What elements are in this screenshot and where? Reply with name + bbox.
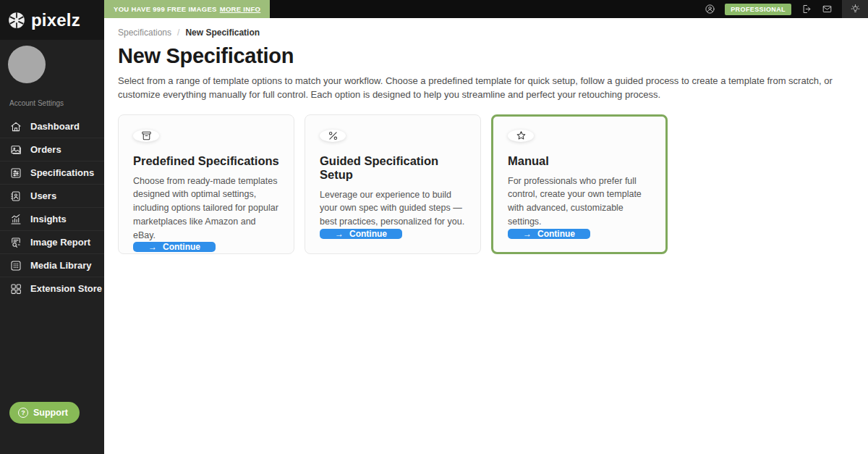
free-images-text: YOU HAVE 999 FREE IMAGES: [114, 5, 217, 13]
guided-steps-icon: [320, 130, 346, 142]
media-grid-icon: [9, 259, 22, 272]
logout-icon[interactable]: [801, 4, 812, 14]
support-button[interactable]: ? Support: [9, 402, 80, 424]
sidebar-item-dashboard[interactable]: Dashboard: [0, 114, 104, 138]
template-options: Predefined Specifications Choose from re…: [118, 114, 853, 254]
sidebar-item-users[interactable]: Users: [0, 184, 104, 207]
free-images-badge: YOU HAVE 999 FREE IMAGES MORE INFO: [104, 0, 270, 18]
sidebar-item-insights[interactable]: Insights: [0, 207, 104, 230]
support-label: Support: [33, 408, 68, 418]
sidebar-section-label: Account Settings: [9, 99, 104, 107]
sidebar-item-specifications[interactable]: Specifications: [0, 161, 104, 184]
extensions-icon: [9, 282, 22, 295]
continue-label: Continue: [537, 229, 575, 239]
mail-icon[interactable]: [822, 4, 833, 14]
archive-box-icon: [133, 130, 159, 142]
sliders-icon: [9, 167, 22, 180]
sidebar-item-media-library[interactable]: Media Library: [0, 253, 104, 277]
card-title: Guided Specification Setup: [320, 154, 466, 182]
topbar-right: PROFESSIONAL: [705, 0, 868, 18]
star-icon: [508, 130, 534, 142]
continue-button-predefined[interactable]: → Continue: [133, 242, 216, 252]
sidebar-item-image-report[interactable]: Image Report: [0, 230, 104, 253]
arrow-right-icon: →: [523, 229, 532, 239]
card-guided-specification-setup[interactable]: Guided Specification Setup Leverage our …: [305, 114, 481, 254]
page-description: Select from a range of template options …: [118, 75, 853, 102]
arrow-right-icon: →: [335, 229, 344, 239]
sidebar-item-label: Specifications: [30, 167, 94, 178]
card-body: For professionals who prefer full contro…: [508, 175, 652, 229]
breadcrumb-separator: /: [177, 28, 179, 38]
chart-icon: [9, 213, 22, 226]
image-icon: [9, 143, 22, 156]
question-icon: ?: [18, 408, 28, 418]
brand-name: pixelz: [31, 10, 80, 30]
card-manual[interactable]: Manual For professionals who prefer full…: [491, 114, 668, 254]
card-title: Manual: [508, 154, 652, 168]
lightbulb-icon[interactable]: [842, 0, 868, 18]
sidebar-item-label: Dashboard: [30, 121, 80, 132]
breadcrumb-current: New Specification: [185, 28, 260, 38]
home-icon: [9, 120, 22, 133]
sidebar-item-extension-store[interactable]: Extension Store: [0, 277, 104, 300]
main-content: Specifications / New Specification New S…: [104, 18, 868, 454]
sidebar-item-label: Image Report: [30, 237, 90, 248]
plan-badge: PROFESSIONAL: [725, 4, 791, 15]
sidebar-item-label: Orders: [30, 144, 61, 155]
card-predefined-specifications[interactable]: Predefined Specifications Choose from re…: [118, 114, 294, 254]
aperture-logo-icon: [7, 11, 26, 30]
account-icon[interactable]: [705, 4, 715, 14]
avatar[interactable]: [8, 46, 46, 83]
sidebar-item-label: Users: [30, 190, 56, 201]
topbar: YOU HAVE 999 FREE IMAGES MORE INFO PROFE…: [104, 0, 868, 18]
page-title: New Specification: [118, 44, 853, 68]
continue-label: Continue: [349, 229, 387, 239]
sidebar-item-label: Media Library: [30, 260, 92, 271]
arrow-right-icon: →: [148, 242, 157, 252]
sidebar-item-orders[interactable]: Orders: [0, 138, 104, 161]
continue-label: Continue: [163, 242, 200, 252]
brand-logo[interactable]: pixelz: [0, 0, 104, 40]
breadcrumb: Specifications / New Specification: [118, 28, 853, 38]
sidebar: pixelz Account Settings Dashboard Orders: [0, 0, 104, 454]
sidebar-item-label: Extension Store: [30, 283, 102, 294]
report-icon: [9, 236, 22, 249]
continue-button-guided[interactable]: → Continue: [320, 229, 402, 239]
continue-button-manual[interactable]: → Continue: [508, 229, 590, 239]
users-icon: [9, 190, 22, 203]
card-body: Choose from ready-made templates designe…: [133, 175, 279, 243]
more-info-link[interactable]: MORE INFO: [220, 5, 261, 13]
card-title: Predefined Specifications: [133, 154, 279, 168]
sidebar-nav: Dashboard Orders Specifications: [0, 114, 104, 300]
card-body: Leverage our experience to build your ow…: [320, 188, 466, 229]
sidebar-item-label: Insights: [30, 214, 67, 224]
breadcrumb-specifications[interactable]: Specifications: [118, 28, 171, 38]
